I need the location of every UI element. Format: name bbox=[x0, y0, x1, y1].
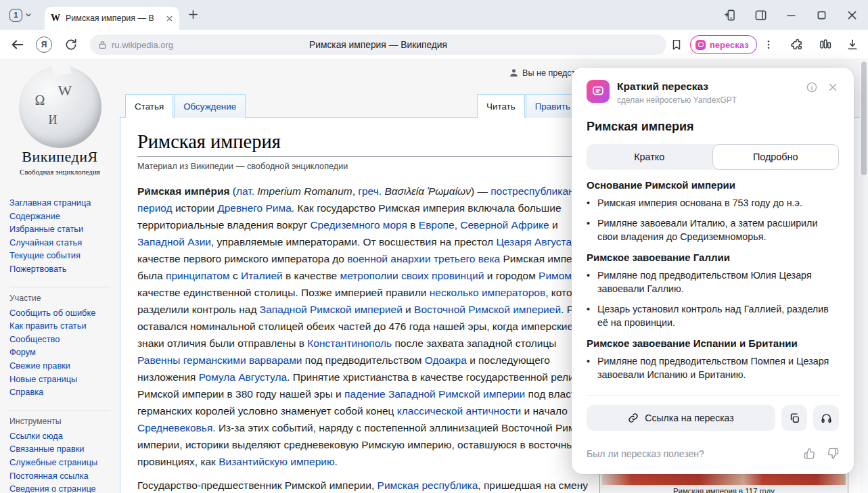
info-icon[interactable] bbox=[806, 81, 818, 93]
wiki-link[interactable]: Западной Римской империей bbox=[260, 304, 403, 315]
sidebar-link[interactable]: Свежие правки bbox=[9, 359, 120, 373]
wiki-link[interactable]: лат. bbox=[236, 185, 254, 197]
globe-glyph: И bbox=[49, 113, 58, 127]
feedback-question: Был ли пересказ полезен? bbox=[587, 448, 704, 459]
close-window-icon[interactable] bbox=[846, 9, 859, 22]
wiki-link[interactable]: Древнего Рима bbox=[217, 202, 292, 214]
wikipedia-wordmark[interactable]: ВикипедиЯ bbox=[0, 148, 120, 166]
wiki-link[interactable]: Европе bbox=[419, 219, 455, 231]
sidebar-link[interactable]: Пожертвовать bbox=[9, 262, 120, 276]
text-run: Βασιλεία Ῥωμαίων bbox=[384, 185, 471, 197]
browser-tab-active[interactable]: W Римская империя — В bbox=[45, 7, 179, 30]
copy-text-button[interactable] bbox=[781, 405, 807, 431]
sidebar-link[interactable]: Содержание bbox=[9, 210, 120, 223]
text-run: . bbox=[335, 456, 338, 467]
page-scrollbar bbox=[860, 60, 868, 493]
copy-summary-link-button[interactable]: Ссылка на пересказ bbox=[587, 405, 775, 431]
page-tab[interactable]: Обсуждение bbox=[174, 94, 246, 118]
sidebar-link[interactable]: Сообщество bbox=[9, 333, 120, 346]
wiki-link[interactable]: Константинополь bbox=[307, 337, 392, 349]
sidebar-link[interactable]: Текущие события bbox=[9, 249, 120, 262]
personal-bar[interactable]: Вы не предст bbox=[509, 68, 575, 78]
sidebar-link[interactable]: Постоянная ссылка bbox=[9, 469, 120, 483]
listen-button[interactable] bbox=[813, 405, 839, 431]
downloads-button[interactable] bbox=[846, 30, 859, 60]
sidebar-link[interactable]: Заглавная страница bbox=[9, 196, 120, 210]
new-tab-button[interactable] bbox=[187, 9, 199, 20]
infobox-map-image[interactable] bbox=[602, 474, 846, 485]
wiki-link[interactable]: германскими варварами bbox=[183, 354, 302, 366]
wiki-link[interactable]: несколько императоров bbox=[430, 287, 545, 298]
wiki-link[interactable]: военной анархии третьего века bbox=[347, 253, 500, 264]
wiki-link[interactable]: Цезаря Августа bbox=[496, 236, 572, 248]
yandex-button[interactable]: Я bbox=[36, 30, 52, 60]
text-run: Imperium Romanum bbox=[257, 185, 352, 197]
wiki-link[interactable]: Одоакра bbox=[425, 354, 467, 366]
thumb-down-icon[interactable] bbox=[827, 448, 839, 459]
thumb-up-icon[interactable] bbox=[804, 448, 815, 459]
wiki-link[interactable]: Италией bbox=[241, 270, 283, 281]
wiki-link[interactable]: Ромула Августула bbox=[199, 371, 287, 383]
sidebar-link[interactable]: Связанные правки bbox=[9, 442, 120, 456]
reload-button[interactable] bbox=[64, 30, 78, 60]
wiki-link[interactable]: классической античности bbox=[397, 405, 521, 417]
wiki-link[interactable]: принципатом bbox=[166, 270, 230, 281]
wiki-link[interactable]: метрополии своих провинций bbox=[340, 270, 484, 281]
minimize-window-icon[interactable] bbox=[785, 9, 798, 22]
summary-bullet: •Римская империя основана в 753 году до … bbox=[587, 196, 839, 210]
collections-button[interactable] bbox=[819, 30, 832, 60]
sidebar-link[interactable]: Сообщить об ошибке bbox=[9, 306, 120, 320]
wiki-link[interactable]: Восточной Римской империей bbox=[414, 304, 561, 315]
text-run: Ри́мская импе́рия bbox=[137, 185, 230, 197]
sidebar-link[interactable]: Служебные страницы bbox=[9, 456, 120, 469]
address-bar[interactable]: ru.wikipedia.org Римская империя — Викип… bbox=[90, 34, 666, 55]
summary-tab[interactable]: Кратко bbox=[587, 144, 712, 170]
back-button[interactable] bbox=[10, 30, 25, 60]
summary-panel-title: Краткий пересказ bbox=[617, 80, 737, 93]
wiki-link[interactable]: Римом bbox=[539, 270, 572, 281]
send-to-device-icon[interactable] bbox=[724, 9, 737, 22]
sidebar-header-tools: Инструменты bbox=[9, 410, 110, 426]
feedback-icons bbox=[804, 448, 839, 459]
page-tab[interactable]: Статья bbox=[125, 94, 173, 118]
sidebar-link[interactable]: Форум bbox=[9, 346, 120, 359]
maximize-window-icon[interactable] bbox=[815, 9, 828, 22]
wikipedia-globe-logo[interactable]: Ω W И bbox=[19, 66, 101, 148]
page-menu-button[interactable] bbox=[763, 30, 774, 60]
sidebar-link[interactable]: Ссылки сюда bbox=[9, 429, 120, 443]
text-run: в bbox=[407, 219, 419, 231]
wiki-link[interactable]: греч. bbox=[358, 185, 382, 197]
summary-section-heading: Основание Римской империи bbox=[587, 179, 839, 191]
wiki-link[interactable]: Северной Африке bbox=[460, 219, 549, 231]
wiki-link[interactable]: Средиземного моря bbox=[310, 219, 407, 231]
tab-close-icon[interactable] bbox=[166, 15, 173, 22]
infobox-peek: Римская империя в 117 году bbox=[599, 472, 848, 493]
wiki-link[interactable]: Средневековья bbox=[137, 422, 212, 433]
sidebar-link[interactable]: Справка bbox=[9, 385, 120, 399]
close-icon[interactable] bbox=[827, 81, 839, 93]
wiki-link[interactable]: Византийскую империю bbox=[219, 456, 334, 467]
wiki-link[interactable]: падение Западной Римской империи bbox=[344, 388, 525, 400]
summary-toolbar-button[interactable]: пересказ bbox=[690, 35, 757, 54]
summary-tab[interactable]: Подробно bbox=[712, 144, 840, 170]
text-run: и городом bbox=[484, 270, 539, 281]
extensions-button[interactable] bbox=[790, 30, 804, 60]
sidebar-link[interactable]: Новые страницы bbox=[9, 373, 120, 386]
text-run: под предводительством bbox=[302, 354, 424, 366]
scrollbar-thumb[interactable] bbox=[861, 62, 867, 175]
side-panel-icon[interactable] bbox=[754, 9, 767, 22]
article-body: Ри́мская импе́рия (лат. Imperium Romanum… bbox=[137, 183, 599, 493]
view-tab[interactable]: Читать bbox=[477, 94, 525, 118]
tab-counter-button[interactable]: 1 bbox=[5, 5, 36, 24]
sidebar-link[interactable]: Сведения о странице bbox=[9, 482, 120, 493]
text-run: , пришедшая на смену bbox=[478, 479, 588, 491]
pereskaz-logo-icon bbox=[695, 40, 706, 50]
wiki-link[interactable]: Западной Азии bbox=[137, 236, 211, 248]
wiki-link[interactable]: Равенны bbox=[137, 354, 180, 366]
text-run: ( bbox=[230, 185, 236, 197]
wiki-link[interactable]: Римская республика bbox=[378, 479, 478, 491]
sidebar-link[interactable]: Избранные статьи bbox=[9, 222, 120, 236]
bookmark-button[interactable] bbox=[670, 30, 683, 60]
sidebar-link[interactable]: Случайная статья bbox=[9, 236, 120, 250]
sidebar-link[interactable]: Как править статьи bbox=[9, 319, 120, 333]
